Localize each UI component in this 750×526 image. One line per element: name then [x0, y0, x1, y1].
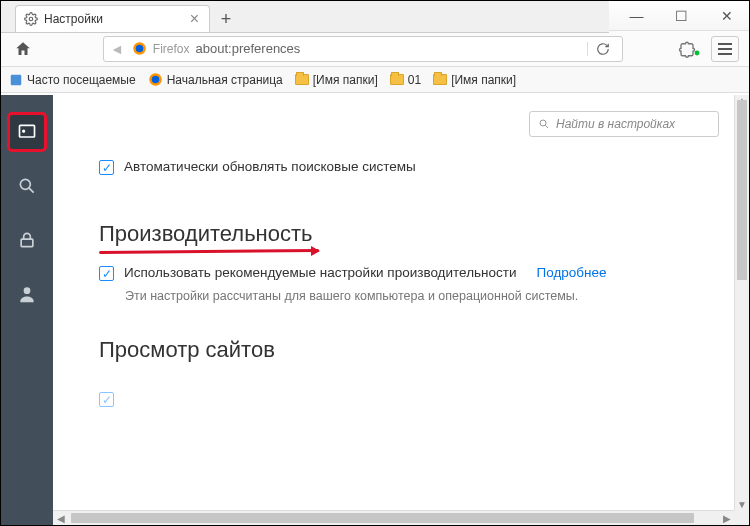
perf-recommended-label: Использовать рекомендуемые настройки про… — [124, 265, 516, 280]
auto-update-engines-checkbox[interactable]: ✓ — [99, 160, 114, 175]
sidebar-item-privacy[interactable] — [10, 223, 44, 257]
preferences-search-input[interactable]: Найти в настройках — [529, 111, 719, 137]
folder-icon — [433, 74, 447, 85]
reload-button[interactable] — [587, 42, 618, 56]
preferences-sidebar — [1, 95, 53, 525]
horizontal-scroll-thumb[interactable] — [71, 513, 694, 523]
gear-icon — [24, 12, 38, 26]
search-icon — [538, 118, 550, 130]
annotation-underline — [99, 249, 319, 254]
svg-point-2 — [136, 45, 144, 53]
scroll-right-icon[interactable]: ▶ — [719, 511, 734, 525]
sidebar-item-search[interactable] — [10, 169, 44, 203]
svg-point-11 — [23, 130, 25, 132]
sidebar-item-general[interactable] — [10, 115, 44, 149]
auto-update-engines-label: Автоматически обновлять поисковые систем… — [124, 159, 416, 174]
scroll-corner — [734, 510, 749, 525]
content-area: Найти в настройках ✓ Автоматически обнов… — [1, 95, 749, 525]
maximize-button[interactable]: ☐ — [659, 1, 704, 30]
nav-toolbar: ◄ Firefox about:preferences — [1, 31, 749, 67]
extensions-icon[interactable] — [678, 40, 701, 58]
bookmark-startpage[interactable]: Начальная страница — [148, 72, 283, 87]
perf-learn-more-link[interactable]: Подробнее — [536, 265, 606, 280]
svg-line-17 — [545, 125, 548, 128]
tab-close-icon[interactable]: × — [188, 10, 201, 28]
tab-strip: Настройки × + — [1, 1, 609, 33]
bookmark-folder-2[interactable]: 01 — [390, 73, 421, 87]
bookmark-folder-1[interactable]: [Имя папки] — [295, 73, 378, 87]
svg-point-15 — [24, 287, 31, 294]
scroll-left-icon[interactable]: ◀ — [53, 511, 68, 525]
url-bar[interactable]: ◄ Firefox about:preferences — [103, 36, 623, 62]
svg-point-0 — [29, 17, 33, 21]
sidebar-item-account[interactable] — [10, 277, 44, 311]
url-brand-label: Firefox — [153, 42, 190, 56]
new-tab-button[interactable]: + — [212, 6, 240, 32]
vertical-scrollbar[interactable]: ▲ ▼ — [734, 95, 749, 510]
tab-title: Настройки — [44, 12, 103, 26]
auto-update-engines-row: ✓ Автоматически обновлять поисковые сист… — [99, 159, 719, 175]
preferences-main: Найти в настройках ✓ Автоматически обнов… — [53, 95, 749, 525]
browsing-checkbox-partial[interactable]: ✓ — [99, 392, 114, 407]
bookmark-frequent[interactable]: Часто посещаемые — [9, 73, 136, 87]
folder-icon — [295, 74, 309, 85]
svg-rect-14 — [21, 239, 33, 247]
svg-line-13 — [29, 188, 34, 193]
svg-point-9 — [151, 76, 159, 84]
svg-rect-10 — [20, 125, 35, 137]
perf-hint-text: Эти настройки рассчитаны для вашего комп… — [125, 289, 719, 303]
back-icon[interactable]: ◄ — [108, 41, 126, 57]
home-button[interactable] — [11, 37, 35, 61]
bookmarks-toolbar: Часто посещаемые Начальная страница [Имя… — [1, 67, 749, 93]
browsing-row-partial: ✓ — [99, 391, 719, 407]
close-button[interactable]: ✕ — [704, 1, 749, 30]
tab-preferences[interactable]: Настройки × — [15, 5, 210, 32]
vertical-scroll-thumb[interactable] — [737, 100, 747, 280]
search-placeholder: Найти в настройках — [556, 117, 675, 131]
bookmark-folder-3[interactable]: [Имя папки] — [433, 73, 516, 87]
menu-button[interactable] — [711, 36, 739, 62]
perf-recommended-row: ✓ Использовать рекомендуемые настройки п… — [99, 265, 719, 281]
svg-point-12 — [20, 179, 30, 189]
svg-point-3 — [695, 50, 700, 55]
browsing-heading: Просмотр сайтов — [99, 337, 275, 363]
folder-icon — [390, 74, 404, 85]
browser-window: Настройки × + — ☐ ✕ ◄ Firefox about:pref… — [0, 0, 750, 526]
svg-point-16 — [540, 120, 546, 126]
firefox-logo-icon — [132, 41, 147, 56]
bookmark-star-icon — [9, 73, 23, 87]
svg-rect-7 — [11, 74, 22, 85]
url-text: about:preferences — [196, 41, 581, 56]
firefox-logo-icon — [148, 72, 163, 87]
minimize-button[interactable]: — — [614, 1, 659, 30]
horizontal-scrollbar[interactable]: ◀ ▶ — [53, 510, 734, 525]
perf-recommended-checkbox[interactable]: ✓ — [99, 266, 114, 281]
performance-heading: Производительность — [99, 221, 313, 247]
